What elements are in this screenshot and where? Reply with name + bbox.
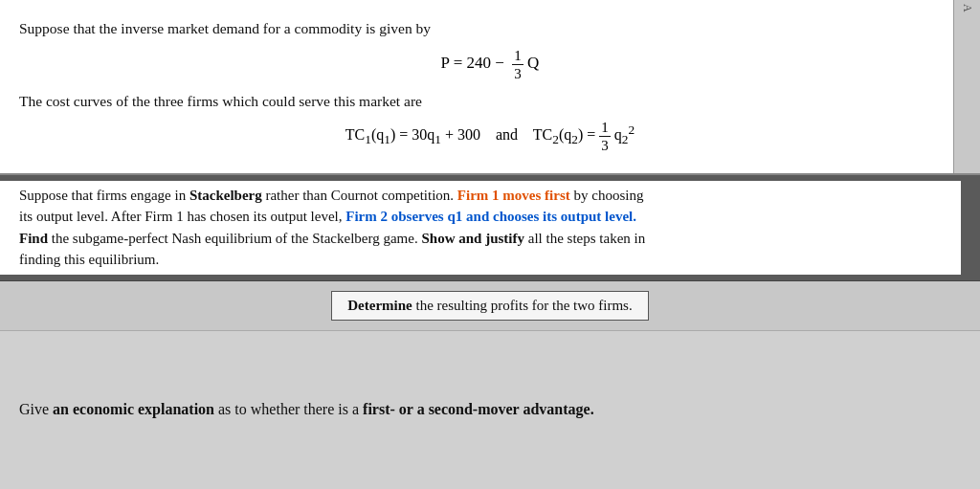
stack-firm2: Firm 2 observes q1 and chooses its outpu… [345, 209, 636, 224]
eq1-fraction-den: 3 [512, 65, 523, 82]
tc2-q-sub: 2 [571, 132, 578, 146]
give-normal1: Give [19, 401, 53, 417]
eq1-prefix: P = 240 − [441, 55, 509, 73]
stack-find: Find [19, 231, 48, 246]
highlight-section: Determine the resulting profits for the … [0, 281, 980, 331]
stack-line3-normal2: all the steps taken in [524, 231, 645, 246]
eq1-fraction-num: 1 [512, 47, 523, 65]
stack-line4: finding this equilibrium. [19, 252, 159, 267]
tc2-q2: q22 [614, 126, 635, 143]
stack-firm1: Firm 1 moves first [457, 188, 570, 203]
stack-normal1: Suppose that firms engage in [19, 188, 189, 203]
tc1-sub: 1 [365, 132, 371, 146]
stack-show: Show and justify [421, 231, 524, 246]
tc2-sub: 2 [552, 132, 559, 146]
tc2-fraction-den: 3 [599, 137, 611, 154]
tc1-label: TC1(q1) = 30q1 + 300 [345, 126, 480, 143]
demand-equation: P = 240 − 1 3 Q [19, 47, 961, 82]
sidebar-strip: A [953, 0, 980, 173]
tc2-fraction-num: 1 [599, 119, 611, 137]
stack-bold1: Stackelberg [189, 188, 262, 203]
give-bold2: first- or a second-mover advantage. [363, 401, 594, 417]
stack-line2-normal1: its output level. After Firm 1 has chose… [19, 209, 345, 224]
tc2-q2-sup: 2 [629, 122, 635, 137]
demand-intro: Suppose that the inverse market demand f… [19, 17, 961, 39]
bottom-section: Give an economic explanation as to wheth… [0, 331, 980, 489]
tc2-fraction: 1 3 [599, 119, 611, 154]
eq1-fraction: 1 3 [512, 47, 523, 82]
cost-intro: The cost curves of the three firms which… [19, 90, 961, 112]
give-bold1: an economic explanation [53, 401, 214, 417]
determine-bold: Determine [347, 298, 412, 313]
stack-line3-normal1: the subgame-perfect Nash equilibrium of … [48, 231, 421, 246]
determine-box: Determine the resulting profits for the … [331, 291, 648, 321]
eq1-q: Q [527, 55, 539, 73]
page-container: A Suppose that the inverse market demand… [0, 0, 980, 489]
top-section: A Suppose that the inverse market demand… [0, 0, 980, 175]
stack-normal3: by choosing [570, 188, 644, 203]
give-normal2: as to whether there is a [214, 401, 363, 417]
tc1-q-suffix-sub: 1 [434, 132, 441, 146]
tc2-label: TC2(q2) = [533, 126, 599, 143]
determine-normal: the resulting profits for the two firms. [412, 298, 633, 313]
stackelberg-text: Suppose that firms engage in Stackelberg… [0, 181, 961, 275]
tc2-q2-sub: 2 [622, 132, 629, 146]
cost-equation: TC1(q1) = 30q1 + 300 and TC2(q2) = 1 3 q… [19, 119, 961, 154]
and-text: and [496, 126, 518, 143]
tc1-q-sub: 1 [384, 132, 390, 146]
give-text: Give an economic explanation as to wheth… [19, 401, 594, 418]
sidebar-label: A [960, 4, 974, 13]
middle-section: Suppose that firms engage in Stackelberg… [0, 175, 980, 281]
stack-normal2: rather than Cournot competition. [262, 188, 457, 203]
